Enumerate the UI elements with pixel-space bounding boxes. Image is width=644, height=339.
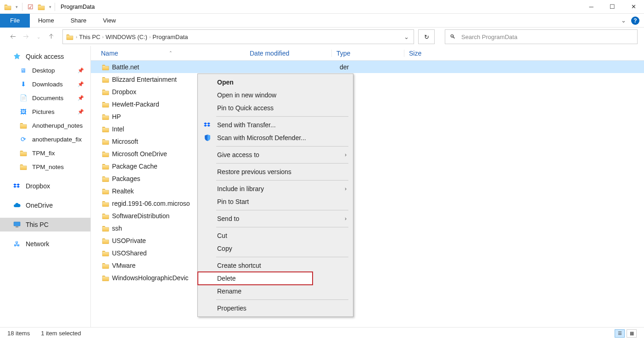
address-bar[interactable]: › This PC› WINDOWS (C:)› ProgramData ⌄: [62, 29, 414, 44]
address-history-dropdown[interactable]: ⌄: [402, 34, 411, 40]
nav-up-button[interactable]: 🡡: [45, 30, 58, 43]
folder-icon: [19, 149, 28, 157]
ctx-cut[interactable]: Cut: [198, 229, 353, 242]
ctx-separator: [216, 146, 348, 147]
ctx-pin-quick-access[interactable]: Pin to Quick access: [198, 102, 353, 114]
submenu-arrow-icon: ›: [345, 186, 347, 192]
sidebar-item-anotherupd[interactable]: Anotherupd_notes: [0, 119, 90, 132]
ctx-pin-start[interactable]: Pin to Start: [198, 195, 353, 208]
file-row-realtek[interactable]: Realtekder: [91, 185, 644, 197]
file-row-od[interactable]: Microsoft OneDriveder: [91, 147, 644, 160]
file-row-blizzard[interactable]: Blizzard Entertainmentder: [91, 73, 644, 85]
breadcrumb-drive[interactable]: WINDOWS (C:)›: [106, 34, 151, 40]
sidebar-this-pc[interactable]: This PC: [0, 218, 90, 232]
window-title: ProgramData: [61, 4, 95, 10]
ctx-create-shortcut[interactable]: Create shortcut: [198, 259, 353, 272]
ctx-delete[interactable]: Delete: [198, 272, 313, 285]
file-row-hp2[interactable]: HPder: [91, 110, 644, 123]
file-row-vmw[interactable]: VMwareder: [91, 259, 644, 271]
pin-icon: 📌: [78, 68, 84, 73]
file-row-dropbox[interactable]: Dropboxder: [91, 85, 644, 98]
tab-file[interactable]: File: [0, 14, 30, 28]
file-row-intel[interactable]: Intelder: [91, 123, 644, 135]
sidebar-dropbox[interactable]: Dropbox: [0, 179, 90, 193]
file-row-usos[interactable]: USOSharedder: [91, 247, 644, 259]
ribbon-expand-icon[interactable]: ⌄: [618, 16, 628, 26]
ribbon-tabs: File Home Share View ⌄ ?: [0, 14, 644, 28]
ctx-send-to[interactable]: Send to›: [198, 212, 353, 225]
close-button[interactable]: ✕: [623, 0, 644, 14]
ctx-include-library[interactable]: Include in library›: [198, 182, 353, 195]
status-selection: 1 item selected: [41, 330, 81, 337]
file-row-battle[interactable]: Battle.netder: [91, 61, 644, 73]
file-row-ms[interactable]: Microsoftder: [91, 135, 644, 147]
tab-view[interactable]: View: [95, 14, 124, 28]
star-icon: [13, 53, 21, 60]
sidebar-onedrive[interactable]: OneDrive: [0, 198, 90, 212]
qat-new-folder-icon[interactable]: [36, 2, 46, 12]
monitor-icon: [13, 221, 21, 228]
sort-arrow-icon: ⌃: [169, 51, 644, 55]
qat-properties-icon[interactable]: ☑: [25, 2, 35, 12]
quick-access-toolbar: ▾ ☑ ▾: [3, 2, 53, 12]
file-row-pkgc[interactable]: Package Cacheder: [91, 160, 644, 172]
sidebar-item-downloads[interactable]: ⬇Downloads📌: [0, 77, 90, 91]
ctx-open-new-window[interactable]: Open in new window: [198, 89, 353, 102]
ctx-separator: [216, 180, 348, 181]
ctx-send-transfer[interactable]: Send with Transfer...: [198, 119, 353, 131]
qat-dropdown2-icon[interactable]: ▾: [47, 2, 53, 12]
qat-dropdown-icon[interactable]: ▾: [14, 2, 19, 12]
view-large-icons-button[interactable]: ▦: [627, 329, 637, 338]
sidebar-quick-access[interactable]: Quick access: [0, 50, 90, 63]
file-row-ssh[interactable]: sshder: [91, 222, 644, 234]
folder-icon: [102, 275, 112, 281]
ctx-separator: [216, 257, 348, 257]
ctx-separator: [216, 210, 348, 210]
folder-icon: [102, 200, 112, 207]
search-input[interactable]: [460, 33, 633, 41]
file-row-regid[interactable]: regid.1991-06.com.microsoder: [91, 197, 644, 209]
file-row-softd[interactable]: SoftwareDistributionder: [91, 209, 644, 222]
status-item-count: 18 items: [7, 330, 30, 337]
ctx-rename[interactable]: Rename: [198, 285, 353, 298]
nav-forward-button[interactable]: 🡢: [19, 30, 32, 43]
breadcrumb-folder[interactable]: ProgramData: [152, 34, 188, 40]
maximize-button[interactable]: ☐: [602, 0, 623, 14]
refresh-button[interactable]: ↻: [418, 29, 435, 44]
file-row-whd[interactable]: WindowsHolographicDevicder: [91, 271, 644, 284]
ctx-properties[interactable]: Properties: [198, 302, 353, 315]
tab-home[interactable]: Home: [30, 14, 62, 28]
ctx-restore-versions[interactable]: Restore previous versions: [198, 165, 353, 178]
tab-share[interactable]: Share: [62, 14, 95, 28]
context-menu: Open Open in new window Pin to Quick acc…: [197, 73, 353, 317]
pin-icon: 📌: [78, 109, 84, 115]
view-details-button[interactable]: ☰: [615, 329, 625, 338]
breadcrumb-sep-icon[interactable]: ›: [76, 34, 77, 40]
search-box[interactable]: 🔍︎: [445, 29, 638, 44]
breadcrumb-this-pc[interactable]: This PC›: [79, 34, 104, 40]
ctx-copy[interactable]: Copy: [198, 242, 353, 255]
sidebar-item-tpmnotes[interactable]: TPM_notes: [0, 160, 90, 174]
folder-icon: [102, 225, 112, 232]
sidebar-item-documents[interactable]: 📄Documents📌: [0, 91, 90, 105]
ctx-give-access[interactable]: Give access to›: [198, 148, 353, 161]
ctx-open[interactable]: Open: [198, 76, 353, 89]
help-icon[interactable]: ?: [631, 17, 639, 25]
sidebar-item-desktop[interactable]: 🖥Desktop📌: [0, 63, 90, 77]
file-row-usop[interactable]: USOPrivateder: [91, 234, 644, 247]
folder-icon: [102, 151, 112, 157]
ctx-separator: [216, 227, 348, 227]
file-row-pkgs[interactable]: Packagesder: [91, 172, 644, 185]
sidebar-item-tpmfix[interactable]: TPM_fix: [0, 146, 90, 160]
network-icon: 🖧: [13, 240, 21, 248]
sidebar-item-anotherfix[interactable]: ⟳anotherupdate_fix: [0, 132, 90, 146]
folder-icon: [19, 163, 28, 170]
ctx-separator: [216, 299, 348, 300]
ctx-scan-defender[interactable]: Scan with Microsoft Defender...: [198, 131, 353, 144]
sidebar-network[interactable]: 🖧Network: [0, 237, 90, 251]
nav-recent-dropdown[interactable]: ⌄: [32, 30, 45, 43]
nav-back-button[interactable]: 🡠: [6, 30, 19, 43]
file-row-hp1[interactable]: Hewlett-Packardder: [91, 98, 644, 110]
minimize-button[interactable]: ─: [581, 0, 602, 14]
sidebar-item-pictures[interactable]: 🖼Pictures📌: [0, 105, 90, 119]
